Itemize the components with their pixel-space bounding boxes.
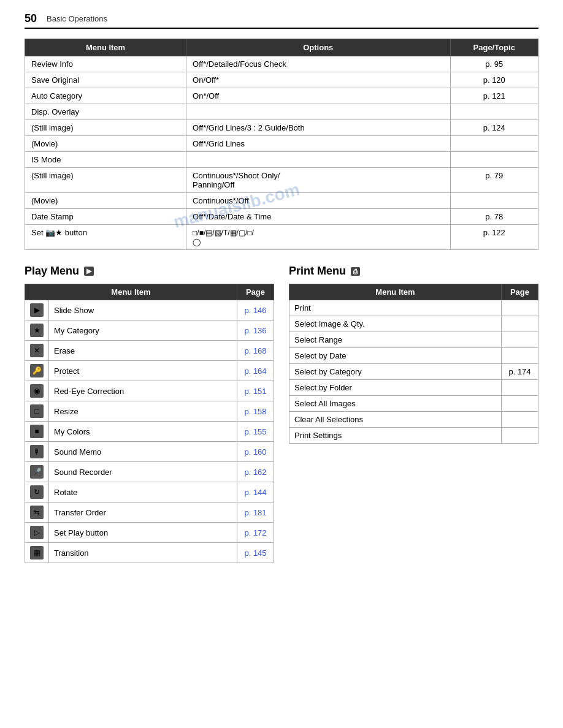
page-ref <box>502 316 538 332</box>
list-item: ▷ Set Play button p. 172 <box>25 523 274 543</box>
page-ref: p. 172 <box>237 523 274 543</box>
play-menu-icon: ▶ <box>84 267 94 276</box>
col-header-page: Page/Topic <box>450 39 538 56</box>
list-item: 🎙 Sound Memo p. 160 <box>25 442 274 462</box>
page-ref <box>502 380 538 396</box>
transition-icon: ▦ <box>30 546 44 559</box>
menu-label: Set Play button <box>49 523 237 543</box>
menu-item-indent: (Movie) <box>25 136 186 152</box>
page-ref <box>502 332 538 348</box>
menu-item-indent: (Still image) <box>25 168 186 193</box>
menu-label: Transition <box>49 543 237 563</box>
menu-label: Protect <box>49 361 237 381</box>
list-item: Select Range <box>289 332 538 348</box>
list-item: □ Resize p. 158 <box>25 401 274 422</box>
page-ref: p. 158 <box>237 401 274 422</box>
options-cell: Off*/Detailed/Focus Check <box>186 56 450 72</box>
menu-label: Select by Folder <box>289 380 502 396</box>
menu-label: Resize <box>49 401 237 422</box>
table-row: Disp. Overlay <box>25 104 538 120</box>
list-item: Print <box>289 300 538 316</box>
col-header-menu: Menu Item <box>25 39 186 56</box>
page-ref: p. 174 <box>502 364 538 380</box>
menu-item: Set 📷★ button <box>25 225 186 250</box>
list-item: Print Settings <box>289 428 538 444</box>
sound-memo-icon: 🎙 <box>30 445 44 458</box>
page-cell <box>450 152 538 168</box>
col-header-options: Options <box>186 39 450 56</box>
menu-label: Clear All Selections <box>289 412 502 428</box>
menu-item: Save Original <box>25 72 186 88</box>
table-row: Set 📷★ button □/■/▤/▧/T/▦/▢/□/ ◯ p. 122 <box>25 225 538 250</box>
menu-label: Print <box>289 300 502 316</box>
resize-icon: □ <box>30 404 44 418</box>
table-row: Auto Category On*/Off p. 121 <box>25 88 538 104</box>
menu-label: Select by Category <box>289 364 502 380</box>
page-ref: p. 136 <box>237 320 274 341</box>
print-menu-title: Print Menu <box>289 265 346 278</box>
icon-cell: ▷ <box>25 523 49 543</box>
icon-cell: ▦ <box>25 543 49 563</box>
list-item: ◉ Red-Eye Correction p. 151 <box>25 381 274 401</box>
bottom-section: Play Menu ▶ Menu Item Page ▶ Slide Show … <box>25 265 538 563</box>
icon-cell: □ <box>25 401 49 422</box>
protect-icon: 🔑 <box>30 364 44 377</box>
red-eye-icon: ◉ <box>30 384 44 398</box>
play-menu-table: Menu Item Page ▶ Slide Show p. 146 ★ My … <box>25 284 274 563</box>
list-item: Select by Date <box>289 348 538 364</box>
main-settings-table: Menu Item Options Page/Topic Review Info… <box>25 39 538 250</box>
page-cell <box>450 193 538 209</box>
icon-cell: ↻ <box>25 482 49 502</box>
slide-show-icon: ▶ <box>30 303 44 317</box>
menu-item-indent: (Movie) <box>25 193 186 209</box>
list-item: ↻ Rotate p. 144 <box>25 482 274 502</box>
icon-cell: 🔑 <box>25 361 49 381</box>
play-menu-title: Play Menu <box>25 265 79 278</box>
play-col-page: Page <box>237 284 274 300</box>
menu-label: Select All Images <box>289 396 502 412</box>
list-item: ✕ Erase p. 168 <box>25 341 274 361</box>
page-ref: p. 164 <box>237 361 274 381</box>
transfer-order-icon: ⇆ <box>30 506 44 519</box>
menu-item: Review Info <box>25 56 186 72</box>
page-ref: p. 160 <box>237 442 274 462</box>
page-cell: p. 120 <box>450 72 538 88</box>
sound-recorder-icon: 🎤 <box>30 465 44 479</box>
list-item: ■ My Colors p. 155 <box>25 422 274 442</box>
list-item: ▶ Slide Show p. 146 <box>25 300 274 320</box>
play-menu-section: Play Menu ▶ Menu Item Page ▶ Slide Show … <box>25 265 274 563</box>
list-item: ⇆ Transfer Order p. 181 <box>25 502 274 523</box>
menu-item: IS Mode <box>25 152 186 168</box>
icon-cell: 🎙 <box>25 442 49 462</box>
page-ref <box>502 396 538 412</box>
menu-label: Red-Eye Correction <box>49 381 237 401</box>
icon-cell: ✕ <box>25 341 49 361</box>
table-row: Review Info Off*/Detailed/Focus Check p.… <box>25 56 538 72</box>
table-row: Save Original On/Off* p. 120 <box>25 72 538 88</box>
menu-label: Transfer Order <box>49 502 237 523</box>
icon-cell: ★ <box>25 320 49 341</box>
my-category-icon: ★ <box>30 324 44 337</box>
page-ref <box>502 412 538 428</box>
menu-item-indent: (Still image) <box>25 120 186 136</box>
options-cell <box>186 104 450 120</box>
menu-label: Select Range <box>289 332 502 348</box>
page-ref: p. 146 <box>237 300 274 320</box>
print-menu-icon: ⎙ <box>351 267 360 276</box>
print-menu-section: Print Menu ⎙ Menu Item Page Print Select… <box>289 265 538 444</box>
play-col-item: Menu Item <box>25 284 237 300</box>
list-item: Select by Category p. 174 <box>289 364 538 380</box>
page-cell: p. 121 <box>450 88 538 104</box>
menu-label: Erase <box>49 341 237 361</box>
list-item: ★ My Category p. 136 <box>25 320 274 341</box>
page-cell: p. 124 <box>450 120 538 136</box>
options-cell: Off*/Grid Lines/3 : 2 Guide/Both <box>186 120 450 136</box>
table-row: (Still image) Continuous*/Shoot Only/Pan… <box>25 168 538 193</box>
icon-cell: ▶ <box>25 300 49 320</box>
my-colors-icon: ■ <box>30 425 44 438</box>
page-ref <box>502 348 538 364</box>
print-col-item: Menu Item <box>289 284 502 300</box>
page-cell: p. 79 <box>450 168 538 193</box>
page-ref: p. 181 <box>237 502 274 523</box>
options-cell <box>186 152 450 168</box>
